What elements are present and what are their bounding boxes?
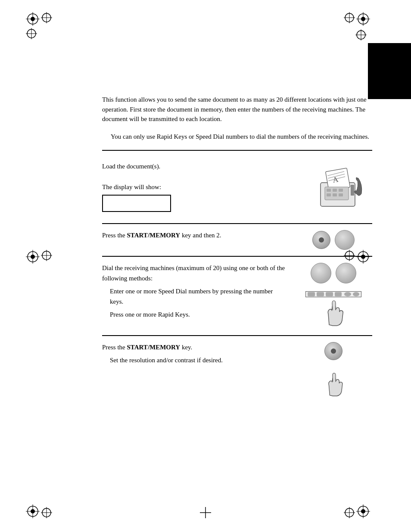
step-3-instruction: Dial the receiving machines (maximum of … bbox=[102, 263, 286, 283]
note-box: You can only use Rapid Keys or Speed Dia… bbox=[111, 132, 372, 142]
step-4-sub1-text: Set the resolution and/or contrast if de… bbox=[110, 355, 286, 365]
svg-rect-43 bbox=[339, 189, 343, 192]
step-3-sub2-text: Press one or more Rapid Keys. bbox=[110, 309, 286, 320]
step-2-text: Press the START/MEMORY key and then 2. bbox=[102, 230, 286, 240]
step-4-sub1: Set the resolution and/or contrast if de… bbox=[110, 355, 286, 365]
step-2-pre: Press the bbox=[102, 232, 127, 239]
svg-rect-46 bbox=[339, 193, 343, 196]
reg-bottom-left-inner bbox=[41, 507, 52, 520]
svg-rect-47 bbox=[351, 185, 354, 196]
number-2-button-icon bbox=[335, 230, 355, 250]
key-4 bbox=[335, 292, 342, 296]
step-1-line2: The display will show: bbox=[102, 182, 286, 192]
step-3-image bbox=[295, 263, 372, 329]
reg-top-left-outer bbox=[26, 12, 40, 28]
svg-rect-42 bbox=[333, 189, 337, 192]
step-4-row: Press the START/MEMORY key. Set the reso… bbox=[102, 336, 372, 405]
svg-rect-44 bbox=[327, 193, 331, 196]
start-button-inner bbox=[319, 237, 324, 243]
step-4-pre: Press the bbox=[102, 344, 127, 351]
step-4-start-inner bbox=[331, 348, 336, 354]
start-memory-button-icon bbox=[312, 231, 330, 249]
step-2-image bbox=[295, 230, 372, 250]
page: This function allows you to send the sam… bbox=[0, 0, 411, 532]
step-3-circle1 bbox=[311, 263, 331, 283]
step-2-row: Press the START/MEMORY key and then 2. bbox=[102, 224, 372, 257]
fax-machine-icon: A bbox=[299, 161, 368, 217]
key-2 bbox=[317, 292, 324, 296]
step-1-image: A bbox=[295, 161, 372, 217]
step-1-text: Load the document(s). The display will s… bbox=[102, 161, 286, 212]
step-4-start-button-icon bbox=[324, 342, 342, 360]
svg-rect-41 bbox=[327, 189, 331, 192]
step-3-circles bbox=[311, 263, 356, 283]
step-3-circle2 bbox=[336, 263, 356, 283]
reg-mid-left-outer bbox=[26, 250, 40, 265]
reg-bottom-left-outer bbox=[26, 504, 40, 520]
chapter-tab bbox=[368, 43, 411, 99]
top-divider bbox=[102, 150, 372, 151]
step-4-bold: START/MEMORY bbox=[127, 344, 181, 351]
reg-bottom-center bbox=[200, 507, 211, 520]
reg-bottom-right-inner bbox=[344, 507, 355, 520]
step-3-sub2: Press one or more Rapid Keys. bbox=[110, 309, 286, 320]
step-3-sub1-text: Enter one or more Speed Dial numbers by … bbox=[110, 286, 286, 307]
step-3-row: Dial the receiving machines (maximum of … bbox=[102, 257, 372, 336]
lcd-display bbox=[102, 195, 171, 212]
step-2-instruction: Press the START/MEMORY key and then 2. bbox=[102, 230, 286, 240]
step-4-image bbox=[295, 342, 372, 399]
reg-top-right-inner bbox=[344, 12, 355, 25]
key-3 bbox=[326, 292, 333, 296]
step-4-post: key. bbox=[180, 344, 192, 351]
step-3-sub1: Enter one or more Speed Dial numbers by … bbox=[110, 286, 286, 307]
reg-top-right-cross bbox=[355, 29, 367, 42]
step-4-instruction: Press the START/MEMORY key. bbox=[102, 342, 286, 352]
reg-top-right-outer bbox=[356, 12, 370, 28]
hand-pointing-icon bbox=[321, 299, 346, 329]
intro-paragraph: This function allows you to send the sam… bbox=[102, 95, 372, 124]
reg-bottom-right-outer bbox=[356, 504, 370, 520]
svg-rect-45 bbox=[333, 193, 337, 196]
reg-mid-left-inner bbox=[41, 250, 52, 263]
step-4-hand-icon bbox=[322, 371, 346, 399]
step-2-bold: START/MEMORY bbox=[127, 232, 181, 239]
step-3-keypad bbox=[305, 291, 361, 329]
reg-top-left-cross bbox=[26, 28, 37, 41]
step-2-post: key and then 2. bbox=[180, 232, 221, 239]
step-4-text: Press the START/MEMORY key. Set the reso… bbox=[102, 342, 286, 365]
step-2-buttons bbox=[312, 230, 355, 250]
step-3-text: Dial the receiving machines (maximum of … bbox=[102, 263, 286, 320]
reg-top-left-inner bbox=[41, 12, 52, 25]
note-text: You can only use Rapid Keys or Speed Dia… bbox=[111, 132, 372, 142]
step-1-line1: Load the document(s). bbox=[102, 161, 286, 171]
step-1-row: Load the document(s). The display will s… bbox=[102, 155, 372, 224]
keypad-bar bbox=[305, 291, 361, 297]
main-content: This function allows you to send the sam… bbox=[102, 95, 372, 480]
key-1 bbox=[308, 292, 315, 296]
